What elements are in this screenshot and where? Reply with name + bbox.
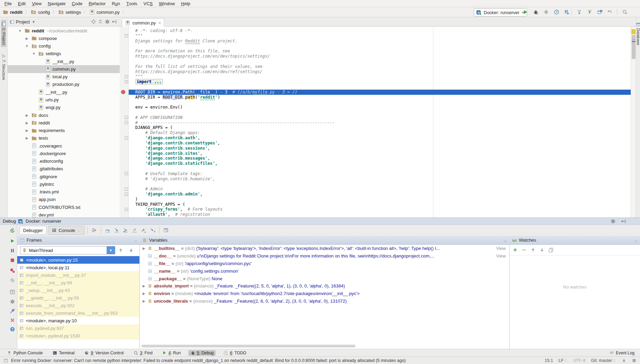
line-separator-indicator[interactable]: LF	[559, 358, 568, 363]
frame-row[interactable]: run, pydevd.py:937	[17, 324, 139, 332]
toolwindow-button-5debug[interactable]: 5: Debug	[188, 350, 216, 356]
run-with-coverage-button[interactable]	[542, 8, 550, 16]
variable-row-environ[interactable]: ▶environ = {module} <module 'environ' fr…	[140, 290, 509, 297]
code-line-20[interactable]: DJANGO_APPS = (	[129, 125, 631, 130]
code-line-24[interactable]: 'django.contrib.sessions',	[129, 146, 631, 151]
tree-item-common.py[interactable]: common.py	[8, 65, 120, 73]
frame-row[interactable]: <module>, common.py:15	[17, 256, 139, 264]
chevron-down-icon[interactable]: ▼	[32, 52, 36, 55]
vcs-update-button[interactable]: VCS	[575, 8, 583, 16]
profile-button[interactable]	[553, 8, 560, 16]
editor-gutter[interactable]: −−+−−−−−−−	[120, 27, 129, 218]
tree-item-.travis.yml[interactable]: .travis.yml	[8, 188, 120, 196]
code-line-37[interactable]: 'allauth', # registration	[129, 212, 631, 217]
chevron-right-icon[interactable]: ▶	[25, 121, 29, 125]
debug-button[interactable]	[532, 8, 540, 16]
tree-item-__init__.py[interactable]: __init__.py	[8, 88, 120, 96]
code-line-35[interactable]: THIRD_PARTY_APPS = (	[129, 202, 631, 207]
frame-row[interactable]: <module>, manage.py:10	[17, 317, 139, 324]
force-step-into-button[interactable]	[122, 226, 129, 234]
move-down-button[interactable]	[539, 247, 545, 253]
fold-collapse-icon[interactable]: −	[125, 121, 128, 124]
error-stripe-warning-mark[interactable]	[631, 29, 636, 34]
fold-collapse-icon[interactable]: −	[125, 188, 128, 191]
variable-row-name[interactable]: 18__name__ = {str} 'config.settings.comm…	[140, 267, 509, 275]
code-line-22[interactable]: 'django.contrib.auth',	[129, 135, 631, 141]
menu-view[interactable]: View	[29, 0, 45, 7]
run-button[interactable]	[522, 8, 529, 16]
expand-arrow-icon[interactable]: ▶	[142, 246, 146, 250]
tree-item-dev.yml[interactable]: dev.yml	[8, 211, 120, 218]
caret-position[interactable]: 15:1	[545, 358, 553, 363]
tree-item-__init__.py[interactable]: __init__.py	[8, 58, 120, 65]
code-line-30[interactable]: # 'django.contrib.humanize',	[129, 176, 631, 182]
tree-item-.gitignore[interactable]: .gitignore	[8, 173, 120, 180]
float-panel-icon[interactable]: →	[503, 238, 507, 242]
code-line-17[interactable]	[129, 110, 631, 115]
close-button[interactable]	[9, 317, 16, 323]
breadcrumb-item-settings[interactable]: settings	[58, 9, 81, 15]
tree-item-requirements[interactable]: ▶requirements	[8, 127, 120, 134]
tree-item-app.json[interactable]: app.json	[8, 196, 120, 203]
variables-horizontal-scrollbar[interactable]	[141, 345, 355, 347]
tree-item-local.py[interactable]: local.py	[8, 73, 120, 81]
frame-row[interactable]: <module>, local.py:11	[17, 264, 139, 271]
chevron-down-icon[interactable]: ▼	[18, 29, 22, 33]
tree-item-.pylintrc[interactable]: .pylintrc	[8, 180, 120, 188]
code-line-5[interactable]: For more information on this file, see	[129, 49, 631, 54]
chevron-right-icon[interactable]: ▶	[25, 136, 29, 140]
git-branch-indicator[interactable]: Git: master	[591, 358, 616, 363]
tree-item-.dockerignore[interactable]: .dockerignore	[8, 150, 120, 157]
settings-button[interactable]	[9, 299, 16, 305]
menu-vcs[interactable]: VCS	[140, 0, 156, 7]
code-line-16[interactable]: env = environ.Env()	[129, 105, 631, 110]
pause-button[interactable]	[9, 247, 16, 254]
expand-arrow-icon[interactable]: ▶	[142, 292, 146, 295]
tree-item-compose[interactable]: ▶compose	[8, 34, 120, 42]
toolwindow-button-9versioncontrol[interactable]: 9: Version Control	[82, 350, 126, 356]
tree-item-urls.py[interactable]: urls.py	[8, 96, 120, 103]
rollback-button[interactable]	[606, 8, 613, 16]
code-line-26[interactable]: 'django.contrib.messages',	[129, 156, 631, 161]
code-line-15[interactable]	[129, 100, 631, 105]
toolwindow-switcher-icon[interactable]	[3, 358, 8, 363]
code-line-14[interactable]: APPS_DIR = ROOT_DIR.path('reddit')	[129, 95, 631, 100]
tool-button-project[interactable]: 1: Project	[1, 20, 6, 47]
menu-refactor[interactable]: Refactor	[86, 0, 109, 7]
code-line-4[interactable]	[129, 43, 631, 49]
float-panel-icon[interactable]: →	[634, 238, 638, 242]
show-execution-point-button[interactable]	[90, 226, 98, 234]
run-configuration-select[interactable]: dj Docker: runserver ▼	[474, 8, 527, 17]
code-line-32[interactable]: # Admin	[129, 186, 631, 192]
tree-item-wsgi.py[interactable]: wsgi.py	[8, 104, 120, 111]
variable-row-builtins[interactable]: ▶__builtins__ = {dict} {'bytearray': <ty…	[140, 245, 509, 252]
editor-tab-common-py[interactable]: common.py ×	[122, 18, 164, 27]
editor-scrollbar-thumb[interactable]	[632, 35, 636, 59]
code-line-27[interactable]: 'django.contrib.staticfiles',	[129, 161, 631, 166]
code-line-23[interactable]: 'django.contrib.contenttypes',	[129, 141, 631, 146]
frame-row[interactable]: execute, __init__.py:302	[17, 302, 139, 309]
lock-icon[interactable]	[622, 358, 626, 363]
pin-button[interactable]	[9, 308, 16, 314]
breakpoint-icon[interactable]	[121, 90, 125, 94]
settings-button[interactable]	[610, 218, 616, 224]
add-watch-button[interactable]	[512, 247, 518, 253]
tree-item-settings[interactable]: ▼settings	[8, 50, 120, 58]
view-link[interactable]: View	[495, 246, 509, 251]
menu-window[interactable]: Window	[156, 0, 178, 7]
menu-tools[interactable]: Tools	[123, 0, 140, 7]
code-line-3[interactable]: Django settings for Reddit Clone project…	[129, 39, 631, 44]
hide-button[interactable]	[111, 18, 118, 25]
collapse-all-button[interactable]	[97, 18, 104, 25]
frame-row[interactable]: __init__, __init__.py:99	[17, 279, 139, 286]
fold-collapse-icon[interactable]: −	[125, 172, 128, 175]
error-stripe-current-line-mark[interactable]	[632, 41, 636, 42]
frame-row[interactable]: import_module, __init__.py:37	[17, 271, 139, 279]
menu-edit[interactable]: Edit	[15, 0, 29, 7]
tree-item-tests[interactable]: ▶tests	[8, 134, 120, 142]
step-into-button[interactable]	[113, 226, 120, 234]
variable-row-unicodeliterals[interactable]: ▶unicode_literals = {instance} _Feature:…	[140, 297, 509, 305]
menu-run[interactable]: Run	[109, 0, 123, 7]
fold-collapse-icon[interactable]: −	[125, 75, 128, 78]
tree-item-.editorconfig[interactable]: .editorconfig	[8, 158, 120, 165]
